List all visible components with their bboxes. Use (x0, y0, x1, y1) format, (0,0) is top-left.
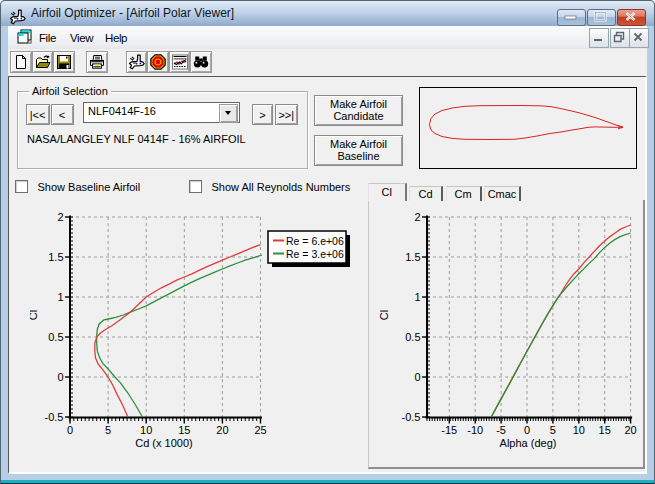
svg-text:1: 1 (414, 291, 420, 303)
svg-text:0.5: 0.5 (405, 331, 420, 343)
svg-text:25: 25 (254, 424, 266, 436)
svg-text:10: 10 (140, 424, 152, 436)
svg-text:0: 0 (67, 424, 73, 436)
svg-text:15: 15 (599, 424, 611, 436)
svg-text:15: 15 (178, 424, 190, 436)
svg-text:2: 2 (57, 211, 63, 223)
svg-text:Cl: Cl (30, 310, 39, 320)
svg-text:-0.5: -0.5 (45, 411, 64, 423)
svg-text:-5: -5 (496, 424, 506, 436)
svg-text:2: 2 (414, 211, 420, 223)
svg-text:-0.5: -0.5 (402, 411, 421, 423)
svg-text:Alpha (deg): Alpha (deg) (500, 437, 557, 449)
svg-text:10: 10 (573, 424, 585, 436)
svg-text:-15: -15 (441, 424, 457, 436)
svg-text:5: 5 (105, 424, 111, 436)
svg-text:0.5: 0.5 (48, 331, 63, 343)
svg-text:1.5: 1.5 (405, 251, 420, 263)
svg-text:Cl: Cl (378, 310, 390, 320)
svg-text:0: 0 (57, 371, 63, 383)
svg-text:5: 5 (550, 424, 556, 436)
svg-text:-10: -10 (467, 424, 483, 436)
svg-text:1: 1 (57, 291, 63, 303)
svg-text:0: 0 (414, 371, 420, 383)
svg-text:0: 0 (524, 424, 530, 436)
svg-text:Re = 6.e+06: Re = 6.e+06 (286, 235, 344, 247)
svg-text:Cd (x 1000): Cd (x 1000) (135, 437, 192, 449)
svg-text:1.5: 1.5 (48, 251, 63, 263)
svg-text:Re = 3.e+06: Re = 3.e+06 (286, 248, 344, 260)
svg-text:20: 20 (216, 424, 228, 436)
svg-text:20: 20 (624, 424, 636, 436)
